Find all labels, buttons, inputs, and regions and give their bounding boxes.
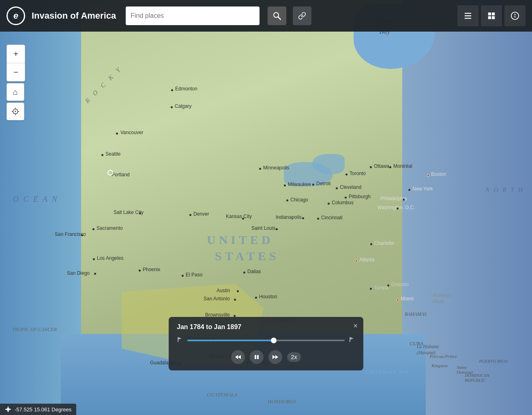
svg-rect-29 bbox=[8, 406, 9, 412]
link-icon bbox=[298, 12, 306, 20]
svg-rect-4 bbox=[465, 18, 472, 19]
coordinates-icon bbox=[5, 406, 11, 413]
city-dot-ottawa bbox=[370, 166, 372, 168]
city-dot-newyork bbox=[408, 189, 410, 191]
city-dot-pittsburgh bbox=[345, 197, 347, 199]
list-view-button[interactable] bbox=[457, 5, 478, 26]
map-controls: + − ⌂ bbox=[6, 45, 25, 120]
svg-rect-7 bbox=[488, 16, 491, 19]
city-dot-edmonton bbox=[171, 89, 173, 91]
city-dot-seattle bbox=[101, 154, 103, 156]
coordinates-bar: -57.525 15.061 Degrees bbox=[0, 404, 76, 415]
timeline-end-icon bbox=[349, 336, 355, 344]
city-dot-cleveland bbox=[336, 187, 338, 189]
svg-rect-6 bbox=[492, 13, 495, 15]
city-dot-charlotte bbox=[370, 243, 372, 245]
city-dot-sanantonio bbox=[234, 299, 236, 301]
zoom-out-button[interactable]: − bbox=[7, 63, 25, 81]
city-dot-minneapolis bbox=[259, 168, 261, 170]
svg-rect-5 bbox=[488, 13, 491, 15]
city-dot-phoenix bbox=[139, 270, 141, 272]
city-dot-vancouver bbox=[116, 133, 118, 135]
city-dot-chicago bbox=[286, 199, 288, 201]
svg-rect-20 bbox=[350, 337, 350, 342]
grid-icon bbox=[487, 11, 496, 20]
pause-icon bbox=[254, 354, 260, 360]
zoom-in-button[interactable]: + bbox=[7, 45, 25, 63]
svg-marker-21 bbox=[350, 337, 354, 340]
city-dot-slc bbox=[139, 212, 141, 214]
rewind-button[interactable] bbox=[231, 350, 245, 364]
speed-control[interactable]: 2x bbox=[287, 352, 301, 362]
svg-rect-2 bbox=[465, 13, 472, 14]
info-button[interactable] bbox=[504, 5, 526, 26]
svg-marker-26 bbox=[272, 355, 275, 359]
city-dot-kc bbox=[242, 218, 244, 220]
city-dot-detroit bbox=[312, 184, 314, 186]
svg-rect-18 bbox=[178, 337, 178, 342]
city-dot-milwaukee bbox=[284, 184, 286, 186]
svg-rect-8 bbox=[492, 16, 495, 19]
city-dot-montreal bbox=[389, 166, 391, 168]
list-icon bbox=[463, 11, 472, 20]
locate-button[interactable] bbox=[6, 103, 24, 120]
city-dot-miami bbox=[397, 299, 399, 301]
view-buttons bbox=[457, 5, 526, 26]
timeline-track[interactable] bbox=[187, 340, 345, 341]
city-dot-columbus bbox=[328, 203, 330, 205]
timeline-start-icon bbox=[177, 336, 183, 344]
search-bar bbox=[126, 6, 260, 25]
zoom-controls: + − bbox=[6, 45, 25, 81]
app-title: Invasion of America bbox=[32, 11, 116, 21]
timeline-slider-row bbox=[177, 336, 355, 344]
timeline-close-button[interactable]: × bbox=[353, 322, 358, 330]
city-dot-stlouis bbox=[276, 228, 278, 230]
city-dot-cincinnati bbox=[317, 218, 319, 220]
rewind-icon bbox=[235, 354, 241, 360]
search-button[interactable] bbox=[268, 6, 286, 25]
svg-rect-25 bbox=[257, 355, 259, 359]
flag-end-icon bbox=[349, 336, 355, 343]
city-dot-tampa bbox=[370, 288, 372, 290]
svg-marker-22 bbox=[238, 355, 241, 359]
forward-button[interactable] bbox=[268, 350, 282, 364]
link-button[interactable] bbox=[293, 6, 311, 25]
header: e Invasion of America bbox=[0, 0, 532, 32]
timeline-panel: × Jan 1784 to Jan 1897 bbox=[169, 317, 363, 370]
timeline-controls: 2x bbox=[177, 350, 355, 364]
city-dot-sf bbox=[81, 234, 83, 236]
svg-rect-24 bbox=[255, 355, 256, 359]
timeline-fill bbox=[187, 340, 274, 341]
logo-text: e bbox=[13, 11, 18, 21]
city-dot-orlando bbox=[387, 285, 389, 287]
pause-button[interactable] bbox=[250, 350, 264, 364]
home-button[interactable]: ⌂ bbox=[6, 83, 24, 101]
portland-indicator bbox=[107, 170, 113, 175]
city-dot-denver bbox=[189, 214, 191, 216]
city-dot-dallas bbox=[243, 272, 245, 274]
logo-button[interactable]: e bbox=[6, 6, 25, 25]
svg-marker-23 bbox=[235, 355, 238, 359]
info-icon bbox=[511, 11, 519, 20]
city-dot-houston bbox=[255, 297, 257, 299]
svg-point-13 bbox=[15, 111, 16, 112]
timeline-title: Jan 1784 to Jan 1897 bbox=[177, 323, 355, 331]
map-container[interactable]: O C E A N N O R T H Hudson Bay UNITED ST… bbox=[0, 0, 532, 415]
locate-icon bbox=[11, 107, 19, 116]
svg-marker-19 bbox=[178, 337, 182, 340]
city-dot-la bbox=[93, 258, 95, 260]
timeline-handle[interactable] bbox=[271, 338, 277, 343]
grid-view-button[interactable] bbox=[481, 5, 502, 26]
svg-rect-3 bbox=[465, 15, 472, 16]
city-dot-toronto bbox=[345, 173, 348, 175]
flag-start-icon bbox=[177, 336, 183, 343]
search-icon bbox=[273, 12, 281, 20]
forward-icon bbox=[272, 354, 278, 360]
city-dot-calgary bbox=[171, 106, 173, 108]
city-dot-atlanta bbox=[355, 260, 358, 262]
search-input[interactable] bbox=[131, 12, 255, 19]
svg-line-1 bbox=[278, 17, 281, 19]
city-dot-philadelphia bbox=[403, 199, 405, 201]
city-dot-boston bbox=[427, 174, 429, 177]
city-dot-indianapolis bbox=[302, 217, 304, 219]
